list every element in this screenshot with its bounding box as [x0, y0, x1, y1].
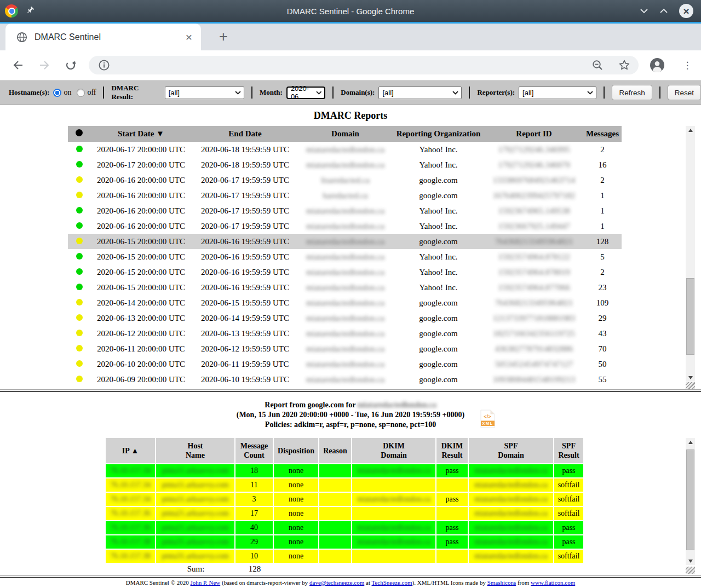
report-row[interactable]: 2020-06-09 20:00:00 UTC2020-06-10 19:59:…	[68, 372, 622, 387]
scroll-up-button[interactable]	[686, 438, 695, 446]
domains-select[interactable]: [all]	[378, 87, 462, 99]
report-row[interactable]: 2020-06-12 20:00:00 UTC2020-06-13 19:59:…	[68, 326, 622, 341]
cell-report-id-redacted: 7643682133495964821	[495, 298, 573, 308]
hostname-off-label[interactable]: off	[87, 88, 96, 97]
cell-domain-redacted: lisaredacted.ca	[321, 176, 370, 185]
cell-reporting-org: Yahoo! Inc.	[419, 268, 457, 277]
xml-file-icon[interactable]: </> XML	[480, 410, 495, 428]
report-row[interactable]: 2020-06-15 20:00:00 UTC2020-06-16 19:59:…	[68, 264, 622, 280]
close-window-button[interactable]: ×	[679, 4, 693, 18]
detail-column-header[interactable]: DKIM Result	[436, 438, 469, 463]
cell-spf-domain-redacted: miataredactedlondon.ca	[469, 520, 554, 534]
scrollbar-thumb[interactable]	[686, 449, 694, 550]
status-dot-cell	[76, 176, 83, 185]
report-row[interactable]: 2020-06-16 20:00:00 UTC2020-06-17 19:59:…	[68, 218, 622, 234]
footer-link[interactable]: Smashicons	[487, 579, 516, 586]
report-row[interactable]: 2020-06-11 20:00:00 UTC2020-06-12 19:59:…	[68, 341, 622, 356]
cell-domain-redacted: miataredactedlondon.ca	[306, 206, 384, 216]
page-info-icon[interactable]	[97, 59, 111, 72]
cell-disposition: none	[274, 463, 319, 477]
cell-ip-redacted: 76.10.157.34	[106, 477, 156, 492]
detail-column-header[interactable]: SPF Result	[554, 438, 583, 463]
cell-start-date: 2020-06-16 20:00:00 UTC	[97, 206, 185, 216]
detail-column-header[interactable]: Disposition	[274, 438, 319, 463]
zoom-out-icon[interactable]	[591, 59, 604, 72]
refresh-button[interactable]: Refresh	[612, 85, 652, 100]
report-row[interactable]: 2020-06-17 20:00:00 UTC2020-06-18 19:59:…	[68, 142, 622, 157]
address-bar[interactable]	[89, 56, 639, 74]
scroll-up-button[interactable]	[686, 126, 695, 134]
cell-hostname-redacted-text: pmta11.arksavvy.com	[162, 481, 228, 489]
detail-column-header[interactable]: SPF Domain	[469, 438, 554, 463]
cell-message-count: 17	[235, 506, 274, 520]
hostname-on-radio[interactable]	[53, 89, 61, 97]
report-row[interactable]: 2020-06-15 20:00:00 UTC2020-06-16 19:59:…	[68, 280, 622, 295]
footer-link[interactable]: John P. New	[191, 579, 221, 586]
minimize-icon[interactable]	[640, 8, 648, 14]
reports-scrollbar[interactable]	[686, 126, 695, 382]
frame-resize-grip[interactable]	[686, 567, 695, 574]
cell-ip-redacted-text: 76.10.157.34	[110, 466, 151, 475]
cell-reason	[319, 492, 352, 506]
hostname-off-radio[interactable]	[77, 89, 85, 97]
detail-row: 76.10.157.34pmta11.arksavvy.com3nonemiat…	[106, 492, 583, 506]
column-header[interactable]: Reporting Organization	[397, 129, 481, 139]
footer-link[interactable]: dave@techsneeze.com	[309, 579, 364, 586]
dmarc-result-select[interactable]: [all]	[165, 87, 244, 99]
detail-row: 76.10.157.36pmta21.arksavvy.com40nonemia…	[106, 520, 583, 534]
scroll-down-button[interactable]	[686, 557, 695, 565]
report-row[interactable]: 2020-06-14 20:00:00 UTC2020-06-15 19:59:…	[68, 295, 622, 310]
report-row[interactable]: 2020-06-15 20:00:00 UTC2020-06-16 19:59:…	[68, 249, 622, 264]
reporters-select[interactable]: [all]	[519, 87, 596, 99]
hostname-on-label[interactable]: on	[64, 88, 71, 97]
report-row[interactable]: 2020-06-16 20:00:00 UTC2020-06-17 19:59:…	[68, 172, 622, 188]
column-header[interactable]: Messages	[586, 129, 619, 139]
cell-dkim-domain-redacted	[352, 549, 436, 563]
status-dot-cell	[76, 329, 83, 338]
status-dot	[76, 268, 83, 275]
cell-end-date: 2020-06-15 19:59:59 UTC	[201, 298, 289, 308]
column-header[interactable]: End Date	[228, 129, 261, 139]
cell-domain-redacted: miataredactedlondon.ca	[306, 314, 384, 323]
report-row[interactable]: 2020-06-16 20:00:00 UTC2020-06-17 19:59:…	[68, 188, 622, 203]
frame-resize-grip[interactable]	[686, 382, 695, 389]
cell-spf-result: pass	[554, 520, 583, 534]
new-tab-button[interactable]: +	[214, 27, 233, 47]
back-button[interactable]	[8, 55, 28, 76]
column-header[interactable]: Report ID	[516, 129, 551, 139]
column-header[interactable]: Start Date ▼	[118, 129, 164, 139]
cell-report-id-redacted: 15923574964.878019	[498, 268, 570, 277]
detail-column-header[interactable]: Host Name	[156, 438, 235, 463]
detail-column-header[interactable]: DKIM Domain	[352, 438, 436, 463]
browser-menu-icon[interactable]: ⋮	[679, 55, 696, 76]
tab-close-icon[interactable]: ×	[186, 31, 192, 43]
detail-column-header[interactable]: Reason	[319, 438, 352, 463]
cell-report-id-redacted: 7643682133495964821	[495, 237, 573, 246]
bookmark-star-icon[interactable]	[618, 59, 631, 72]
report-row[interactable]: 2020-06-13 20:00:00 UTC2020-06-14 19:59:…	[68, 310, 622, 326]
report-row[interactable]: 2020-06-17 20:00:00 UTC2020-06-18 19:59:…	[68, 157, 622, 172]
footer-link[interactable]: TechSneeze.com	[372, 579, 412, 586]
cell-ip-redacted-text: 76.10.157.38	[110, 552, 151, 561]
scroll-down-button[interactable]	[686, 373, 695, 382]
profile-avatar-icon[interactable]	[650, 57, 665, 73]
column-header[interactable]: Domain	[331, 129, 359, 139]
column-header-status[interactable]	[76, 129, 83, 139]
reset-button[interactable]: Reset	[668, 85, 701, 100]
forward-button[interactable]	[34, 55, 55, 76]
footer-link[interactable]: www.flaticon.com	[531, 579, 575, 586]
report-row[interactable]: 2020-06-16 20:00:00 UTC2020-06-17 19:59:…	[68, 203, 622, 218]
maximize-icon[interactable]	[659, 8, 668, 14]
detail-scrollbar[interactable]	[686, 438, 695, 565]
detail-column-header[interactable]: IP ▲	[106, 438, 156, 463]
scrollbar-thumb[interactable]	[686, 278, 694, 355]
detail-heading-prefix: Report from google.com for	[265, 401, 355, 409]
cell-end-date: 2020-06-12 19:59:59 UTC	[201, 344, 289, 354]
month-select[interactable]: 2020-06	[286, 87, 325, 99]
report-row[interactable]: 2020-06-10 20:00:00 UTC2020-06-11 19:59:…	[68, 356, 622, 372]
tab-dmarc-sentinel[interactable]: DMARC Sentinel ×	[5, 24, 201, 50]
report-row[interactable]: 2020-06-15 20:00:00 UTC2020-06-16 19:59:…	[68, 234, 622, 249]
cell-start-date: 2020-06-16 20:00:00 UTC	[97, 191, 185, 200]
reload-button[interactable]	[60, 55, 81, 76]
detail-column-header[interactable]: Message Count	[235, 438, 274, 463]
